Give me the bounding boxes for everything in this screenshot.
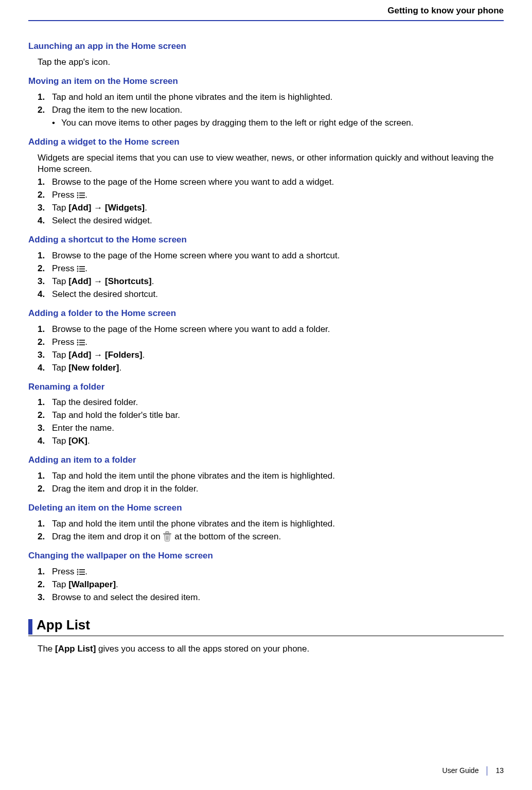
- list-item: 4.Select the desired shortcut.: [38, 289, 504, 301]
- svg-point-6: [77, 266, 79, 268]
- step-body: Press .: [52, 566, 504, 578]
- footer-label: User Guide: [442, 766, 479, 776]
- svg-point-2: [77, 195, 79, 196]
- list-item: 2.Tap and hold the folder's title bar.: [38, 410, 504, 422]
- step-body: Browse to the page of the Home screen wh…: [52, 250, 504, 262]
- list-item: 3.Tap [Add] → [Shortcuts].: [38, 276, 504, 288]
- step-number: 3.: [38, 423, 52, 434]
- section-title: Changing the wallpaper on the Home scree…: [28, 550, 504, 562]
- list-item: 1.Tap and hold an item until the phone v…: [38, 92, 504, 103]
- svg-rect-9: [79, 269, 85, 270]
- list-item: 2.Drag the item to the new location.•You…: [38, 104, 504, 129]
- step-number: 3.: [38, 276, 52, 288]
- step-body: Tap the desired folder.: [52, 397, 504, 409]
- step-number: 4.: [38, 362, 52, 374]
- step-body: Tap and hold the item until the phone vi…: [52, 518, 504, 530]
- step-number: 1.: [38, 250, 52, 262]
- page-footer: User Guide 13: [442, 766, 504, 776]
- section-title: Adding a folder to the Home screen: [28, 308, 504, 320]
- step-number: 3.: [38, 349, 52, 361]
- svg-rect-17: [79, 344, 85, 345]
- svg-point-14: [77, 342, 79, 343]
- step-number: 1.: [38, 566, 52, 578]
- svg-point-10: [77, 271, 79, 272]
- footer-separator: [487, 766, 487, 776]
- svg-point-27: [77, 573, 79, 575]
- menu-icon: [77, 192, 85, 199]
- step-body: Tap [Add] → [Widgets].: [52, 202, 504, 214]
- step-body: Press .: [52, 189, 504, 201]
- step-body: Tap [Wallpaper].: [52, 579, 504, 591]
- step-number: 2.: [38, 263, 52, 275]
- step-number: 4.: [38, 435, 52, 447]
- step-number: 3.: [38, 592, 52, 604]
- trash-icon: [163, 531, 172, 541]
- bullet-dot: •: [52, 117, 61, 129]
- menu-icon: [77, 569, 85, 575]
- list-item: 1.Browse to the page of the Home screen …: [38, 177, 504, 188]
- list-item: 2.Tap [Wallpaper].: [38, 579, 504, 591]
- section-title: Adding an item to a folder: [28, 454, 504, 466]
- step-body: Tap and hold an item until the phone vib…: [52, 92, 504, 103]
- section-body: Tap the app's icon.: [38, 57, 504, 68]
- list-item: 1.Tap and hold the item until the phone …: [38, 518, 504, 530]
- list-item: 2.Press .: [38, 263, 504, 275]
- list-item: 4.Tap [New folder].: [38, 362, 504, 374]
- list-item: 3.Tap [Add] → [Widgets].: [38, 202, 504, 214]
- list-item: 3.Enter the name.: [38, 423, 504, 434]
- section-title: Adding a widget to the Home screen: [28, 136, 504, 148]
- svg-rect-28: [79, 574, 85, 575]
- step-body: Drag the item and drop it on at the bott…: [52, 531, 504, 543]
- section-title: Moving an item on the Home screen: [28, 76, 504, 87]
- step-list: 1.Press .2.Tap [Wallpaper].3.Browse to a…: [38, 566, 504, 604]
- list-item: 1.Browse to the page of the Home screen …: [38, 324, 504, 336]
- section-intro: Widgets are special items that you can u…: [38, 152, 504, 176]
- svg-rect-19: [166, 532, 169, 533]
- sub-item-text: You can move items to other pages by dra…: [61, 117, 414, 129]
- svg-rect-15: [79, 342, 85, 343]
- svg-point-0: [77, 192, 79, 194]
- section-title: Renaming a folder: [28, 381, 504, 393]
- step-list: 1.Browse to the page of the Home screen …: [38, 250, 504, 301]
- list-item: 4.Tap [OK].: [38, 435, 504, 447]
- major-heading-rule: [28, 636, 504, 636]
- list-item: 2.Drag the item and drop it in the folde…: [38, 483, 504, 495]
- step-body: Tap [OK].: [52, 435, 504, 447]
- step-body: Enter the name.: [52, 423, 504, 434]
- svg-point-4: [77, 197, 79, 199]
- step-list: 1.Tap and hold the item until the phone …: [38, 470, 504, 495]
- step-number: 2.: [38, 483, 52, 495]
- list-item: 3.Browse to and select the desired item.: [38, 592, 504, 604]
- header-rule: [28, 20, 504, 21]
- step-number: 1.: [38, 518, 52, 530]
- svg-rect-11: [79, 271, 85, 272]
- major-heading-wrap: App List: [28, 616, 504, 635]
- step-number: 2.: [38, 531, 52, 543]
- section-title: Deleting an item on the Home screen: [28, 502, 504, 514]
- sub-list-item: •You can move items to other pages by dr…: [52, 117, 504, 129]
- step-number: 4.: [38, 289, 52, 301]
- section-title: Adding a shortcut to the Home screen: [28, 234, 504, 246]
- step-body: Press .: [52, 337, 504, 348]
- svg-point-12: [77, 339, 79, 341]
- svg-point-25: [77, 571, 79, 573]
- list-item: 1.Press .: [38, 566, 504, 578]
- major-heading: App List: [37, 616, 90, 635]
- step-number: 4.: [38, 215, 52, 227]
- step-body: Press .: [52, 263, 504, 275]
- svg-rect-26: [79, 571, 85, 572]
- list-item: 3.Tap [Add] → [Folders].: [38, 349, 504, 361]
- svg-point-16: [77, 344, 79, 345]
- step-number: 2.: [38, 189, 52, 201]
- list-item: 1.Tap the desired folder.: [38, 397, 504, 409]
- step-body: Drag the item and drop it in the folder.: [52, 483, 504, 495]
- svg-point-23: [77, 569, 79, 570]
- list-item: 4.Select the desired widget.: [38, 215, 504, 227]
- step-list: 1.Browse to the page of the Home screen …: [38, 177, 504, 227]
- step-body: Tap [Add] → [Shortcuts].: [52, 276, 504, 288]
- step-body: Tap [Add] → [Folders].: [52, 349, 504, 361]
- step-number: 1.: [38, 324, 52, 336]
- step-list: 1.Tap the desired folder.2.Tap and hold …: [38, 397, 504, 447]
- menu-icon: [77, 266, 85, 272]
- sub-list: •You can move items to other pages by dr…: [52, 117, 504, 129]
